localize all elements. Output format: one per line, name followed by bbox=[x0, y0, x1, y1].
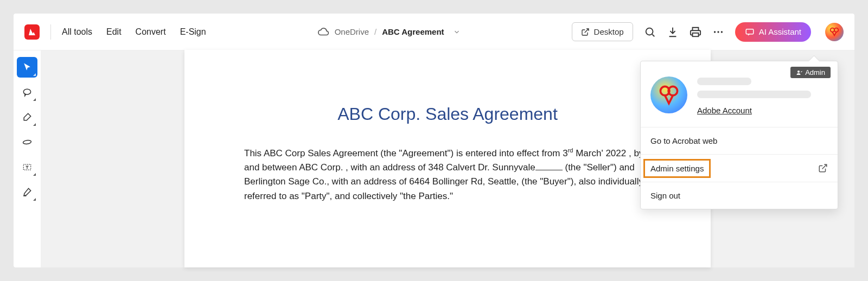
right-tools: Desktop AI Assistant bbox=[572, 22, 844, 42]
print-icon[interactable] bbox=[690, 26, 701, 38]
user-name-placeholder bbox=[697, 78, 751, 85]
user-email-placeholder bbox=[697, 91, 811, 98]
svg-point-3 bbox=[717, 31, 719, 33]
menu-item-label: Admin settings bbox=[650, 164, 704, 173]
svg-point-6 bbox=[831, 28, 834, 31]
text-box-tool[interactable] bbox=[17, 157, 37, 177]
more-icon[interactable] bbox=[712, 26, 724, 38]
download-icon[interactable] bbox=[667, 26, 679, 38]
nav-edit[interactable]: Edit bbox=[106, 27, 122, 37]
nav-convert[interactable]: Convert bbox=[136, 27, 166, 37]
cloud-icon bbox=[317, 26, 329, 38]
menu-item-label: Sign out bbox=[650, 191, 680, 200]
adobe-account-link[interactable]: Adobe Account bbox=[697, 106, 828, 115]
breadcrumb-file[interactable]: ABC Agreement bbox=[382, 27, 444, 36]
svg-point-11 bbox=[797, 71, 800, 73]
external-link-icon bbox=[818, 163, 828, 173]
account-avatar[interactable] bbox=[825, 23, 844, 41]
document-title: ABC Corp. Sales Agreement bbox=[244, 104, 651, 124]
svg-point-8 bbox=[23, 89, 30, 94]
desktop-label: Desktop bbox=[594, 27, 624, 36]
highlight-tool[interactable] bbox=[17, 107, 37, 127]
open-desktop-button[interactable]: Desktop bbox=[572, 22, 633, 41]
chat-sparkle-icon bbox=[745, 27, 755, 37]
svg-point-2 bbox=[714, 31, 716, 33]
fill-blank bbox=[535, 170, 563, 170]
acrobat-logo-icon[interactable] bbox=[24, 24, 40, 40]
popover-avatar bbox=[650, 76, 687, 113]
breadcrumb-separator: / bbox=[374, 27, 376, 36]
nav-esign[interactable]: E-Sign bbox=[180, 27, 206, 37]
svg-point-0 bbox=[646, 28, 653, 35]
admin-badge-label: Admin bbox=[805, 68, 825, 76]
menu-acrobat-web[interactable]: Go to Acrobat web bbox=[641, 127, 838, 154]
nav: All tools Edit Convert E-Sign bbox=[62, 27, 206, 37]
admin-user-icon bbox=[796, 69, 802, 76]
menu-sign-out[interactable]: Sign out bbox=[641, 182, 838, 209]
topbar: All tools Edit Convert E-Sign OneDrive /… bbox=[14, 14, 854, 50]
svg-point-9 bbox=[23, 140, 31, 145]
breadcrumb-source[interactable]: OneDrive bbox=[335, 27, 369, 36]
menu-admin-settings[interactable]: Admin settings bbox=[641, 154, 838, 182]
svg-rect-1 bbox=[692, 33, 698, 36]
breadcrumb: OneDrive / ABC Agreement bbox=[215, 26, 563, 38]
document-body: This ABC Corp Sales Agreement (the "Agre… bbox=[244, 146, 651, 203]
divider bbox=[50, 24, 51, 40]
svg-rect-5 bbox=[746, 29, 754, 34]
nav-all-tools[interactable]: All tools bbox=[62, 27, 92, 37]
popover-user-info: Adobe Account bbox=[697, 76, 828, 115]
ai-label: AI Assistant bbox=[759, 27, 801, 36]
select-tool[interactable] bbox=[17, 57, 37, 78]
draw-tool[interactable] bbox=[17, 132, 37, 152]
search-icon[interactable] bbox=[644, 26, 656, 38]
svg-point-4 bbox=[720, 31, 722, 33]
chevron-down-icon[interactable] bbox=[453, 28, 461, 36]
ai-assistant-button[interactable]: AI Assistant bbox=[735, 22, 811, 42]
svg-point-7 bbox=[834, 28, 838, 31]
external-link-icon bbox=[581, 28, 590, 36]
account-popover: Admin Adobe Account Go to Acrobat web Ad… bbox=[640, 61, 838, 209]
document-page[interactable]: ABC Corp. Sales Agreement This ABC Corp … bbox=[184, 50, 711, 267]
admin-badge: Admin bbox=[790, 67, 831, 78]
left-toolbar bbox=[14, 50, 41, 267]
menu-item-label: Go to Acrobat web bbox=[650, 136, 717, 145]
comment-tool[interactable] bbox=[17, 82, 37, 103]
sign-tool[interactable] bbox=[17, 182, 37, 202]
